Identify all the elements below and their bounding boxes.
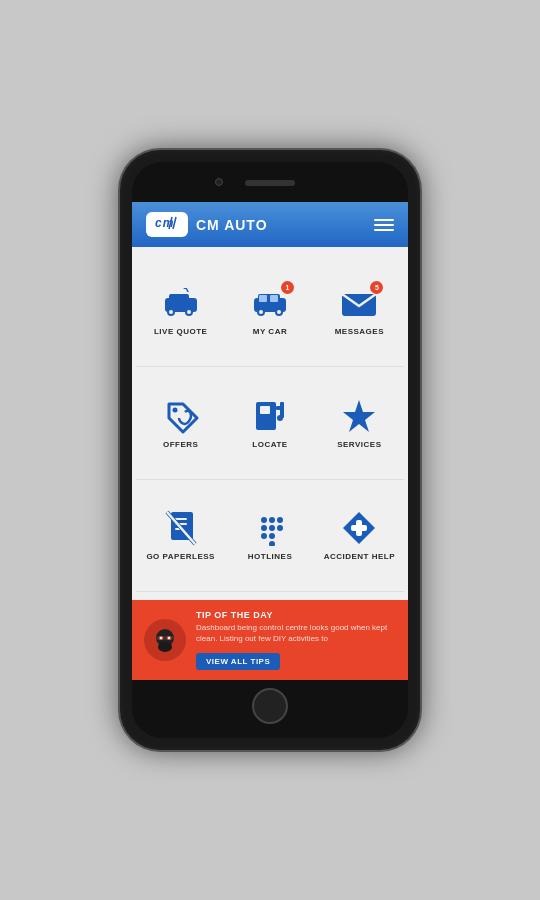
speaker — [245, 180, 295, 186]
ninja-face-icon — [150, 625, 180, 655]
main-grid: ₹ LIVE QUOTE 1 — [132, 247, 408, 600]
svg-point-37 — [277, 525, 283, 531]
grid-item-messages[interactable]: 5 MESSAGES — [315, 255, 404, 367]
svg-point-16 — [277, 310, 281, 314]
svg-rect-22 — [260, 406, 270, 414]
messages-icon-wrap: 5 — [337, 285, 381, 321]
grid-item-my-car[interactable]: 1 MY CAR — [225, 255, 314, 367]
svg-point-14 — [259, 310, 263, 314]
grid-item-services[interactable]: SERVICES — [315, 367, 404, 479]
svg-point-20 — [172, 407, 177, 412]
svg-rect-5 — [169, 294, 189, 304]
svg-point-36 — [269, 525, 275, 531]
accident-help-icon-wrap — [337, 510, 381, 546]
accident-help-label: ACCIDENT HELP — [324, 552, 395, 561]
menu-line-2 — [374, 224, 394, 226]
tip-title: TIP OF THE DAY — [196, 610, 396, 620]
messages-label: MESSAGES — [335, 327, 384, 336]
svg-point-25 — [277, 415, 283, 421]
hotlines-icon-wrap — [248, 510, 292, 546]
svg-point-34 — [277, 517, 283, 523]
offers-icon — [163, 398, 199, 434]
svg-point-39 — [269, 533, 275, 539]
grid-item-go-paperless[interactable]: GO PAPERLESS — [136, 480, 225, 592]
phone-frame: cm CM AUTO — [120, 150, 420, 750]
svg-point-35 — [261, 525, 267, 531]
phone-dots-icon — [252, 510, 288, 546]
home-button[interactable] — [252, 688, 288, 724]
services-icon-wrap — [337, 398, 381, 434]
svg-point-32 — [261, 517, 267, 523]
camera — [215, 178, 223, 186]
hotlines-label: HOTLINES — [248, 552, 292, 561]
menu-line-3 — [374, 229, 394, 231]
phone-inner: cm CM AUTO — [132, 162, 408, 738]
svg-point-50 — [158, 642, 172, 652]
svg-rect-17 — [259, 295, 267, 302]
svg-rect-27 — [175, 518, 187, 520]
svg-point-7 — [169, 310, 173, 314]
messages-badge: 5 — [370, 281, 383, 294]
svg-point-49 — [168, 637, 170, 639]
grid-item-locate[interactable]: LOCATE — [225, 367, 314, 479]
offers-icon-wrap — [159, 398, 203, 434]
svg-point-9 — [187, 310, 191, 314]
svg-rect-18 — [270, 295, 278, 302]
services-icon — [341, 398, 377, 434]
live-quote-icon-wrap: ₹ — [159, 285, 203, 321]
live-quote-label: LIVE QUOTE — [154, 327, 207, 336]
grid-item-offers[interactable]: OFFERS — [136, 367, 225, 479]
accident-help-icon — [341, 510, 377, 546]
svg-point-38 — [261, 533, 267, 539]
screen: cm CM AUTO — [132, 202, 408, 680]
grid-item-accident-help[interactable]: ACCIDENT HELP — [315, 480, 404, 592]
my-car-badge: 1 — [281, 281, 294, 294]
tip-banner: TIP OF THE DAY Dashboard being control c… — [132, 600, 408, 680]
car-quote-icon: ₹ — [161, 288, 201, 318]
tip-text: Dashboard being control centre looks goo… — [196, 623, 396, 644]
app-title: CM AUTO — [196, 217, 268, 233]
menu-line-1 — [374, 219, 394, 221]
locate-icon-wrap — [248, 398, 292, 434]
fuel-icon — [254, 398, 286, 434]
logo-box: cm — [146, 212, 188, 237]
svg-point-33 — [269, 517, 275, 523]
svg-point-40 — [269, 541, 275, 546]
header: cm CM AUTO — [132, 202, 408, 247]
my-car-icon-wrap: 1 — [248, 285, 292, 321]
go-paperless-label: GO PAPERLESS — [146, 552, 215, 561]
ninja-icon — [144, 619, 186, 661]
my-car-label: MY CAR — [253, 327, 287, 336]
grid-item-hotlines[interactable]: HOTLINES — [225, 480, 314, 592]
view-all-tips-button[interactable]: VIEW ALL TIPS — [196, 653, 280, 670]
services-label: SERVICES — [337, 440, 381, 449]
logo-text: cm — [153, 216, 181, 233]
grid-item-live-quote[interactable]: ₹ LIVE QUOTE — [136, 255, 225, 367]
tip-content: TIP OF THE DAY Dashboard being control c… — [196, 610, 396, 670]
go-paperless-icon-wrap — [159, 510, 203, 546]
offers-label: OFFERS — [163, 440, 198, 449]
svg-text:₹: ₹ — [183, 288, 190, 294]
locate-label: LOCATE — [252, 440, 287, 449]
svg-rect-42 — [351, 525, 367, 531]
logo-container: cm CM AUTO — [146, 212, 268, 237]
no-paper-icon — [165, 510, 197, 546]
menu-icon[interactable] — [374, 219, 394, 231]
svg-point-48 — [160, 637, 162, 639]
